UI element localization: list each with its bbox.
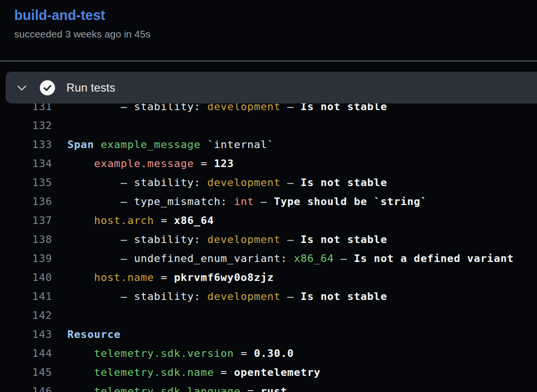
log-segment: int <box>234 196 254 207</box>
log-segment <box>67 366 94 378</box>
line-number[interactable]: 133 <box>0 139 52 150</box>
log-line: 138 – stability: development – Is not st… <box>0 230 537 249</box>
log-segment <box>67 215 94 226</box>
log-line: 143Resource <box>0 325 537 344</box>
log-line: 145 telemetry.sdk.name = opentelemetry <box>0 363 537 382</box>
log-segment: x86_64 <box>174 215 214 226</box>
log-line: 142 <box>0 306 537 325</box>
log-line: 132 <box>0 116 537 135</box>
line-number[interactable]: 136 <box>0 196 52 207</box>
step-header-run-tests[interactable]: Run tests <box>6 72 537 103</box>
log-segment: telemetry.sdk.language <box>94 385 241 392</box>
log-segment: = <box>154 215 174 226</box>
log-segment: Is not stable <box>301 233 388 245</box>
log-segment: = <box>241 385 260 392</box>
log-segment: = <box>234 347 254 359</box>
log-segment: `internal` <box>201 139 274 150</box>
log-line: 144 telemetry.sdk.version = 0.30.0 <box>0 344 537 363</box>
log-segment: – stability: <box>67 177 207 188</box>
log-segment: Span <box>67 139 94 150</box>
log-segment: – undefined_enum_variant: <box>67 252 294 264</box>
line-number[interactable]: 142 <box>0 309 52 321</box>
log-segment: rust <box>260 385 287 392</box>
log-segment: development <box>207 290 281 302</box>
line-content: – stability: development – Is not stable <box>67 290 387 302</box>
line-number[interactable]: 141 <box>0 290 52 302</box>
log-segment: 123 <box>214 158 234 169</box>
log-line: 133Span example_message `internal` <box>0 135 537 154</box>
job-header: build-and-test succeeded 3 weeks ago in … <box>14 6 150 40</box>
line-content: – stability: development – Is not stable <box>67 177 387 188</box>
log-segment: = <box>214 366 234 378</box>
log-line: 135 – stability: development – Is not st… <box>0 173 537 192</box>
log-segment: development <box>207 177 281 188</box>
line-number[interactable]: 139 <box>0 252 52 264</box>
log-segment <box>67 271 94 283</box>
log-segment: Is not stable <box>301 290 388 302</box>
chevron-down-icon[interactable] <box>16 82 28 94</box>
workflow-log-page: build-and-test succeeded 3 weeks ago in … <box>0 0 537 392</box>
log-segment: telemetry.sdk.version <box>94 347 234 359</box>
log-segment <box>67 158 94 169</box>
log-segment: telemetry.sdk.name <box>94 366 214 378</box>
line-number[interactable]: 132 <box>0 120 52 131</box>
log-segment: Resource <box>67 328 120 340</box>
log-segment: x86_64 <box>294 252 334 264</box>
job-title-link[interactable]: build-and-test <box>14 6 105 25</box>
log-area: 131 – stability: development – Is not st… <box>0 97 537 392</box>
log-segment: pkrvmf6wy0o8zjz <box>174 271 274 283</box>
line-content: host.name = pkrvmf6wy0o8zjz <box>67 271 274 283</box>
line-number[interactable]: 145 <box>0 366 52 378</box>
line-content: Span example_message `internal` <box>67 139 274 150</box>
log-segment: – <box>334 252 354 264</box>
line-content: host.arch = x86_64 <box>67 215 214 226</box>
log-lines: 131 – stability: development – Is not st… <box>0 97 537 392</box>
log-segment: host.arch <box>94 215 154 226</box>
line-number[interactable]: 138 <box>0 233 52 245</box>
log-line: 146 telemetry.sdk.language = rust <box>0 382 537 392</box>
log-segment: Is not stable <box>301 177 388 188</box>
log-segment: – <box>280 177 300 188</box>
log-line: 139 – undefined_enum_variant: x86_64 – I… <box>0 249 537 268</box>
log-segment <box>67 385 94 392</box>
log-segment: – type_mismatch: <box>67 196 234 207</box>
line-content: telemetry.sdk.name = opentelemetry <box>67 366 321 378</box>
log-segment: = <box>194 158 214 169</box>
log-segment: Is not a defined variant <box>354 252 514 264</box>
log-segment: – <box>280 233 300 245</box>
job-status-summary: succeeded 3 weeks ago in 45s <box>14 28 150 40</box>
log-segment <box>67 347 94 359</box>
log-segment: example.message <box>94 158 194 169</box>
line-number[interactable]: 135 <box>0 177 52 188</box>
log-segment: = <box>154 271 174 283</box>
line-content: – stability: development – Is not stable <box>67 233 387 245</box>
log-line: 140 host.name = pkrvmf6wy0o8zjz <box>0 268 537 287</box>
line-content: example.message = 123 <box>67 158 234 169</box>
log-segment: development <box>207 233 281 245</box>
log-segment: – stability: <box>67 233 207 245</box>
check-circle-icon <box>40 80 55 95</box>
log-segment: opentelemetry <box>234 366 321 378</box>
line-content: telemetry.sdk.version = 0.30.0 <box>67 347 294 359</box>
step-label: Run tests <box>66 81 115 94</box>
line-content: telemetry.sdk.language = rust <box>67 385 287 392</box>
line-number[interactable]: 140 <box>0 271 52 283</box>
line-content: Resource <box>67 328 120 340</box>
log-line: 136 – type_mismatch: int – Type should b… <box>0 192 537 211</box>
line-number[interactable]: 144 <box>0 347 52 359</box>
log-line: 134 example.message = 123 <box>0 154 537 173</box>
log-segment: – <box>280 290 300 302</box>
line-content: – undefined_enum_variant: x86_64 – Is no… <box>67 252 514 264</box>
log-segment <box>94 139 101 150</box>
log-segment: example_message <box>101 139 201 150</box>
log-line: 137 host.arch = x86_64 <box>0 211 537 230</box>
log-segment: Type should be `string` <box>274 196 427 207</box>
line-number[interactable]: 137 <box>0 215 52 226</box>
line-number[interactable]: 146 <box>0 385 52 392</box>
line-number[interactable]: 143 <box>0 328 52 340</box>
log-segment: 0.30.0 <box>254 347 294 359</box>
log-segment: host.name <box>94 271 154 283</box>
line-number[interactable]: 134 <box>0 158 52 169</box>
log-line: 141 – stability: development – Is not st… <box>0 287 537 306</box>
line-content: – type_mismatch: int – Type should be `s… <box>67 196 427 207</box>
